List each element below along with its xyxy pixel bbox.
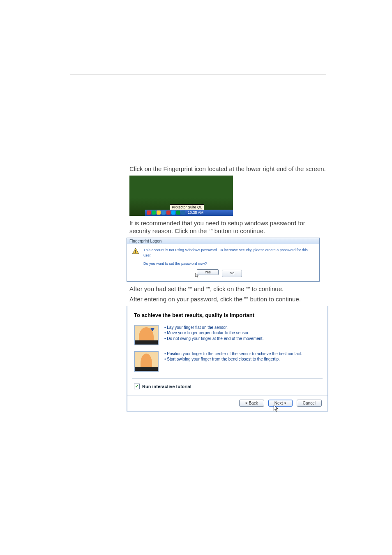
cancel-button[interactable]: Cancel	[297, 400, 322, 407]
tray-icon	[161, 210, 166, 215]
svg-rect-0	[135, 250, 136, 252]
tip-text: Start swiping your finger from the bend …	[167, 357, 280, 361]
step-2-text: It is recommended that you need to setup…	[70, 219, 326, 235]
dialog-line: Do you want to set the password now?	[143, 261, 314, 267]
step-4-text: After entering on your password, click t…	[70, 295, 326, 303]
text-fragment: ” button to continue.	[211, 227, 265, 234]
tray-tooltip: Protector Suite QL	[170, 204, 204, 210]
tray-icon	[166, 210, 171, 215]
cursor-icon	[273, 405, 279, 412]
finger-thumbnail	[134, 325, 159, 345]
fingerprint-tray-icon[interactable]	[171, 210, 175, 215]
checkbox-label: Run interactive tutorial	[142, 384, 191, 389]
bottom-rule	[70, 424, 326, 424]
tutorial-checkbox-row[interactable]: ✓ Run interactive tutorial	[127, 381, 327, 395]
tray-icon	[147, 210, 151, 215]
tray-icon	[181, 210, 185, 215]
text-fragment: After you had set the “	[129, 285, 190, 292]
bullet: • Position your finger to the center of …	[164, 351, 302, 357]
dialog-line: This account is not using Windows passwo…	[143, 247, 314, 259]
next-button[interactable]: Next >	[268, 400, 293, 407]
bullet: • Start swiping your finger from the ben…	[164, 356, 302, 362]
desktop-screenshot: Protector Suite QL 10:35 AM	[129, 176, 233, 216]
tip-text: Move your finger perpendicular to the se…	[167, 331, 249, 335]
step-3-text: After you had set the “” and “”, click o…	[70, 285, 326, 293]
top-rule	[70, 74, 326, 74]
step-1-text: Click on the Fingerprint icon located at…	[70, 165, 326, 173]
cursor-icon	[195, 273, 199, 278]
system-tray: 10:35 AM	[145, 210, 233, 216]
text-fragment: ” and “	[190, 285, 208, 292]
back-button[interactable]: < Back	[239, 400, 264, 407]
no-button[interactable]: No	[222, 270, 242, 277]
enrollment-wizard: To achieve the best results, quality is …	[127, 306, 328, 412]
text-fragment: ” button to continue.	[246, 296, 301, 303]
tips-list: • Lay your finger flat on the sensor. • …	[164, 325, 263, 342]
svg-rect-1	[135, 252, 136, 253]
tips-list: • Position your finger to the center of …	[164, 351, 302, 362]
tip-text: Lay your finger flat on the sensor.	[167, 325, 228, 330]
tray-icon	[152, 210, 156, 215]
divider	[132, 378, 323, 379]
tray-icon	[157, 210, 161, 215]
yes-button[interactable]: Yes	[197, 269, 219, 275]
tray-icon	[176, 210, 180, 215]
text-fragment: After entering on your password, click t…	[129, 296, 246, 303]
bullet: • Do not swing your finger at the end of…	[164, 336, 263, 342]
tip-text: Position your finger to the center of th…	[167, 352, 302, 356]
dialog-message: This account is not using Windows passwo…	[143, 247, 314, 277]
bullet: • Move your finger perpendicular to the …	[164, 330, 263, 336]
text-fragment: ” to continue.	[248, 285, 284, 292]
warning-icon	[132, 247, 139, 255]
finger-thumbnail	[134, 351, 159, 372]
text-fragment: ”, click on the “	[208, 285, 248, 292]
tray-clock: 10:35 AM	[188, 210, 203, 215]
dialog-title: Fingerprint Logon	[127, 238, 319, 244]
bullet: • Lay your finger flat on the sensor.	[164, 325, 263, 331]
fingerprint-logon-dialog: Fingerprint Logon This account is not us…	[127, 238, 320, 282]
checkbox-icon[interactable]: ✓	[134, 384, 140, 389]
tip-text: Do not swing your finger at the end of t…	[167, 336, 263, 341]
wizard-heading: To achieve the best results, quality is …	[127, 306, 327, 323]
